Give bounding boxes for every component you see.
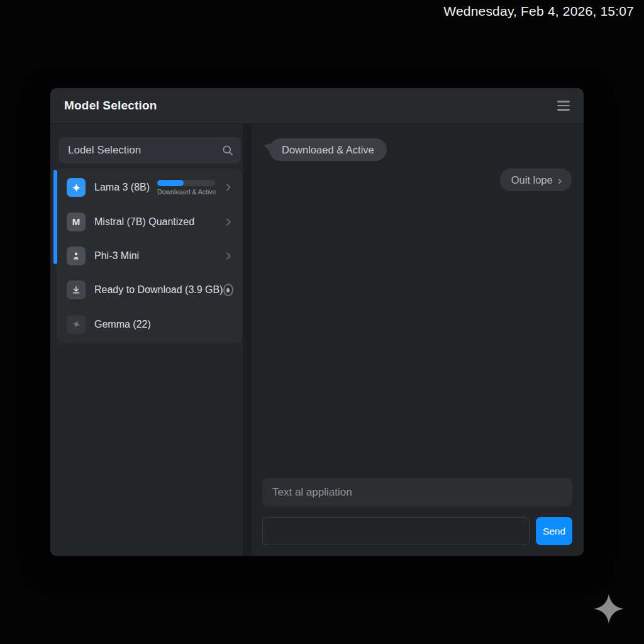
model-row-phi3[interactable]: Phi-3 Mini	[57, 239, 242, 273]
sparkle-icon	[67, 178, 86, 197]
model-row-mistral[interactable]: M Mistral (7B) Quantized	[57, 204, 242, 238]
message-input[interactable]	[262, 478, 572, 506]
chevron-right-icon: ›	[558, 174, 562, 186]
tooltip-label: Downloaed & Active	[282, 144, 374, 156]
status-tooltip: Downloaed & Active	[269, 138, 387, 161]
active-accent-bar	[53, 170, 57, 264]
action-pill-button[interactable]: Ouit lope ›	[500, 169, 572, 191]
model-label: Mistral (7B) Quantized	[94, 216, 194, 228]
tooltip-tail	[262, 142, 272, 152]
page-title: Model Selection	[64, 99, 157, 113]
model-row-lama3[interactable]: Lama 3 (8B) Downleaed & Active	[57, 170, 242, 204]
action-pill-label: Ouit lope	[511, 174, 553, 186]
sidebar: Lama 3 (8B) Downleaed & Active M	[50, 124, 252, 556]
send-button[interactable]: Send	[536, 517, 572, 545]
search-icon[interactable]	[221, 144, 234, 157]
chevron-right-icon[interactable]	[223, 182, 233, 192]
model-label: Lama 3 (8B)	[94, 182, 150, 193]
model-row-download[interactable]: Ready to Download (3.9 GB)	[57, 273, 242, 307]
chat-text-field[interactable]	[262, 517, 530, 545]
radio-icon[interactable]	[223, 284, 233, 296]
model-label: Gemma (22)	[94, 319, 151, 330]
chevron-right-icon[interactable]	[223, 251, 233, 261]
search-input[interactable]	[58, 137, 241, 164]
sparkle-faint-icon	[67, 315, 86, 334]
model-label: Phi-3 Mini	[94, 250, 139, 262]
model-label: Ready to Download (3.9 GB)	[94, 284, 223, 296]
model-list: Lama 3 (8B) Downleaed & Active M	[57, 169, 242, 343]
model-selection-window: Model Selection Lama 3 (8B)	[50, 88, 584, 556]
download-progress-bar	[157, 180, 215, 186]
chevron-right-icon[interactable]	[223, 217, 233, 227]
model-row-gemma[interactable]: Gemma (22)	[57, 308, 242, 341]
main-panel: Downloaed & Active Ouit lope › Send	[252, 124, 584, 556]
status-datetime: Wednesday, Feb 4, 2026, 15:07	[443, 4, 634, 19]
hamburger-menu-icon[interactable]	[557, 101, 570, 111]
progress-fill	[157, 180, 184, 186]
letter-m-icon: M	[67, 213, 86, 231]
title-bar: Model Selection	[50, 88, 584, 124]
model-status: Downleaed & Active	[157, 188, 216, 196]
sparkle-icon	[592, 592, 625, 625]
person-icon	[67, 247, 86, 265]
download-icon	[67, 280, 86, 299]
